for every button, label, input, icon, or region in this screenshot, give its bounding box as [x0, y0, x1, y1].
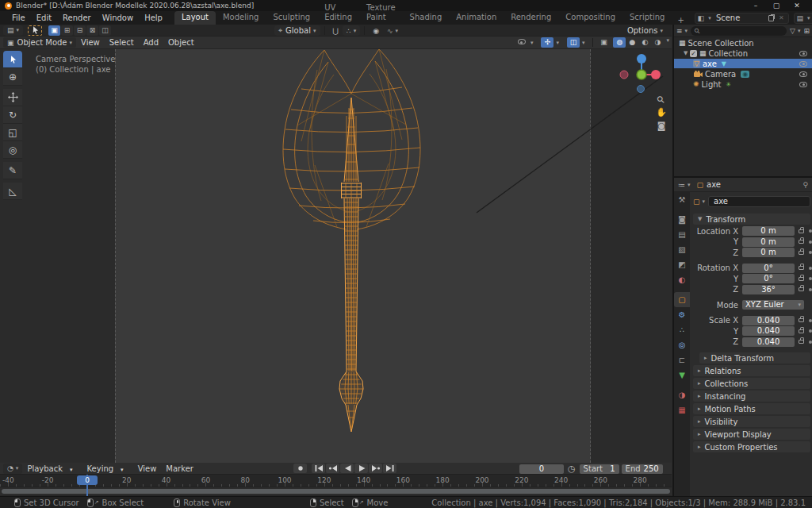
select-mode-invert-icon[interactable]: ⊠	[86, 25, 98, 36]
editor-type-button[interactable]: ▤▾	[3, 25, 23, 36]
jump-to-end-button[interactable]	[383, 464, 396, 473]
viewport-menu-add[interactable]: Add	[139, 38, 163, 47]
tool-transform-button[interactable]: ◎	[3, 141, 22, 159]
animate-dot-icon[interactable]	[809, 341, 812, 344]
maximize-button[interactable]: ▢	[766, 0, 787, 11]
properties-tab-render[interactable]: ◙	[674, 212, 690, 227]
zoom-icon[interactable]: ⚲	[658, 94, 665, 107]
lock-icon[interactable]	[799, 329, 804, 333]
expand-caret-icon[interactable]: ▼	[684, 50, 690, 56]
show-overlays-dropdown[interactable]: ◫▾	[563, 37, 589, 48]
select-mode-intersect-icon[interactable]: ◫	[99, 25, 111, 36]
auto-keying-button[interactable]	[293, 464, 307, 473]
mode-dropdown[interactable]: ▣ Object Mode▾	[3, 37, 76, 48]
animate-dot-icon[interactable]	[809, 329, 812, 333]
viewport-menu-view[interactable]: View	[76, 38, 105, 47]
panel-visibility[interactable]: ▸Visibility	[693, 416, 810, 427]
outliner-row-collection[interactable]: ▼ ✓ ▦ Collection	[674, 48, 812, 58]
animate-dot-icon[interactable]	[809, 288, 812, 291]
workspace-tab-rendering[interactable]: Rendering	[504, 11, 558, 25]
menu-render[interactable]: Render	[57, 13, 97, 22]
hide-toggle[interactable]	[799, 80, 807, 89]
shading-material-button[interactable]: ◐	[638, 37, 651, 48]
camera-view-icon[interactable]: ◙	[657, 121, 666, 134]
timeline-scrollbar[interactable]	[2, 489, 670, 494]
animate-dot-icon[interactable]	[809, 277, 812, 280]
play-reverse-button[interactable]	[340, 464, 354, 473]
new-scene-icon[interactable]	[768, 15, 774, 21]
workspace-tab-layout[interactable]: Layout	[174, 11, 216, 25]
collection-checkbox[interactable]: ✓	[690, 50, 697, 57]
pan-hand-icon[interactable]: ✋	[656, 107, 667, 121]
shading-solid-button[interactable]: ●	[626, 37, 638, 48]
new-collection-icon[interactable]: ⊞	[803, 27, 810, 35]
timeline-ruler[interactable]: -40-202040608010012014016018020022024026…	[0, 475, 672, 487]
animate-dot-icon[interactable]	[809, 229, 812, 233]
lock-icon[interactable]	[799, 277, 804, 281]
lock-icon[interactable]	[799, 287, 804, 291]
view-layer-selector[interactable]: ▤▾ View Layer ✕	[794, 13, 812, 24]
hide-toggle[interactable]	[799, 60, 807, 68]
timeline-menu-keying[interactable]: Keying▾	[82, 464, 133, 473]
transform-orientation-dropdown[interactable]: ⌖ Global▾	[274, 25, 320, 36]
stopwatch-icon[interactable]: ◷	[568, 464, 576, 474]
value-field[interactable]: 0.040	[742, 337, 795, 347]
options-dropdown[interactable]: Options▾	[623, 25, 667, 36]
properties-tab-output[interactable]: ▤	[674, 227, 690, 242]
add-workspace-button[interactable]: +	[672, 16, 689, 25]
lock-icon[interactable]	[799, 340, 804, 344]
transform-panel-header[interactable]: ▼Transform	[693, 214, 810, 225]
menu-file[interactable]: File	[6, 13, 31, 22]
value-field[interactable]: 0 m	[742, 248, 795, 257]
properties-tab-view-layer[interactable]: ▧	[674, 242, 690, 257]
object-visibility-dropdown[interactable]: ▾	[511, 37, 538, 48]
jump-to-start-button[interactable]	[312, 464, 325, 473]
lock-icon[interactable]	[799, 266, 804, 270]
properties-tab-texture[interactable]: ▦	[674, 402, 690, 418]
lock-icon[interactable]	[799, 318, 804, 322]
panel-relations[interactable]: ▸Relations	[693, 365, 810, 376]
properties-tab-physics[interactable]: ◎	[674, 337, 690, 352]
current-frame-field[interactable]: 0	[519, 464, 564, 474]
outliner-row-scene-collection[interactable]: ▦ Scene Collection	[674, 38, 812, 48]
frame-end-field[interactable]: End250	[622, 464, 663, 474]
frame-start-field[interactable]: Start1	[580, 464, 619, 474]
tool-measure-button[interactable]: ◺	[3, 183, 22, 200]
toggle-xray-button[interactable]: ▣	[597, 37, 610, 48]
animate-dot-icon[interactable]	[809, 267, 812, 270]
tool-scale-button[interactable]: ◱	[3, 124, 22, 141]
panel-collections[interactable]: ▸Collections	[693, 378, 810, 389]
shading-wireframe-button[interactable]: ◍	[613, 37, 626, 48]
animate-dot-icon[interactable]	[809, 241, 812, 244]
properties-tab-particles[interactable]: ∴	[674, 322, 690, 337]
workspace-tab-compositing[interactable]: Compositing	[558, 11, 622, 25]
animate-dot-icon[interactable]	[809, 319, 812, 322]
properties-editor-icon[interactable]: ≔	[678, 181, 685, 189]
panel-custom-properties[interactable]: ▸Custom Properties	[693, 441, 810, 452]
panel-motion-paths[interactable]: ▸Motion Paths	[693, 403, 810, 414]
shading-rendered-button[interactable]: ◑	[651, 37, 664, 48]
active-tool-button[interactable]	[28, 25, 42, 36]
properties-tab-modifiers[interactable]: ⚙	[674, 307, 690, 322]
tool-move-button[interactable]	[3, 89, 22, 106]
show-gizmo-dropdown[interactable]: ✢▾	[537, 37, 563, 48]
properties-tab-material[interactable]: ◑	[674, 387, 690, 402]
outliner-search-input[interactable]: ⚲	[691, 26, 787, 36]
workspace-tab-sculpting[interactable]: Sculpting	[266, 11, 317, 25]
timeline-menu-playback[interactable]: Playback▾	[22, 464, 82, 473]
display-mode-icon[interactable]: ≡	[676, 27, 683, 35]
minimize-button[interactable]: –	[745, 0, 766, 11]
viewport-menu-object[interactable]: Object	[163, 38, 199, 47]
properties-tab-tool[interactable]: ⚒	[674, 192, 690, 207]
timeline-menu-view[interactable]: View	[133, 464, 162, 473]
menu-edit[interactable]: Edit	[31, 13, 57, 22]
value-field[interactable]: 0 m	[742, 226, 795, 236]
panel-delta-transform[interactable]: ▸Delta Transform	[699, 352, 810, 364]
proportional-falloff-dropdown[interactable]: ∿▾	[383, 25, 402, 36]
tool-annotate-button[interactable]: ✎	[3, 162, 22, 179]
properties-tab-scene[interactable]: ◩	[674, 257, 690, 272]
scene-name[interactable]: Scene	[711, 13, 767, 22]
select-mode-subtract-icon[interactable]: ⊟	[74, 25, 86, 36]
tool-cursor-button[interactable]: ⊕	[3, 68, 22, 86]
value-field[interactable]: 36°	[742, 285, 795, 294]
